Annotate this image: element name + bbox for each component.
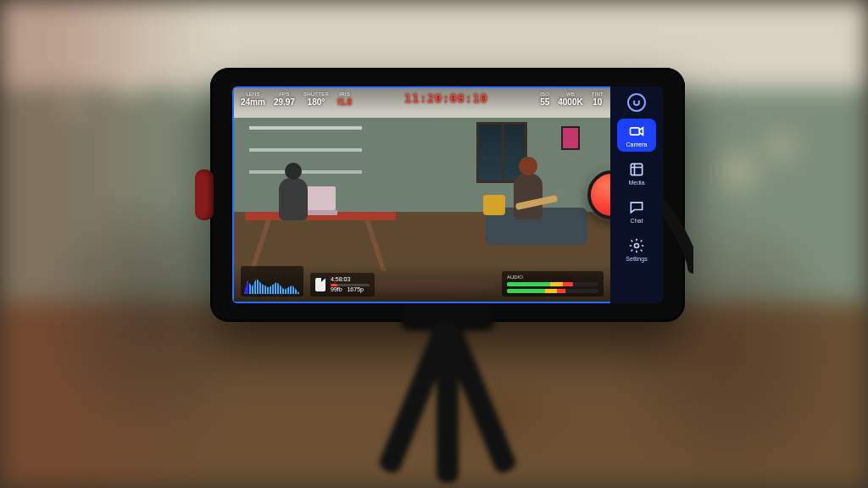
timecode-readout: 11:20:08:10 — [404, 92, 487, 105]
hud-iso[interactable]: ISO 55 — [540, 92, 549, 107]
sidebar-item-media[interactable]: Media — [617, 157, 656, 190]
audio-label: AUDIO — [507, 274, 598, 280]
hud-fps-label: FPS — [279, 92, 289, 97]
camera-device-frame: LENS 24mm FPS 29.97 SHUTTER 180° IRIS f1… — [210, 68, 685, 322]
hud-fps[interactable]: FPS 29.97 — [274, 92, 295, 107]
hud-iso-label: ISO — [540, 92, 549, 97]
audio-meter-ch1 — [507, 282, 598, 286]
right-sidebar: Camera Media Chat Settings — [610, 86, 663, 303]
hud-bottom-bar: 4:58:03 99fb 1675p AUDIO — [234, 264, 610, 302]
sidebar-item-settings[interactable]: Settings — [617, 233, 656, 266]
hud-tint-label: TINT — [592, 92, 604, 97]
mode-toggle-icon[interactable] — [627, 93, 646, 112]
sidebar-item-label: Settings — [626, 256, 647, 262]
sidebar-item-camera[interactable]: Camera — [617, 119, 656, 152]
gear-icon — [628, 237, 645, 254]
sd-card-icon — [315, 278, 326, 291]
svg-point-2 — [635, 244, 639, 248]
hud-shutter-value: 180° — [308, 97, 326, 108]
svg-rect-0 — [631, 128, 640, 135]
hud-lens-value: 24mm — [241, 97, 265, 108]
hud-lens[interactable]: LENS 24mm — [241, 92, 265, 107]
camera-icon — [628, 123, 645, 140]
histogram-scope[interactable] — [241, 266, 303, 297]
tripod — [354, 322, 541, 483]
hud-iso-value: 55 — [540, 97, 549, 108]
storage-codec: 1675p — [347, 286, 363, 292]
hud-iris[interactable]: IRIS f1.8 — [337, 92, 352, 107]
hud-shutter-label: SHUTTER — [303, 92, 329, 97]
hud-fps-value: 29.97 — [274, 97, 295, 108]
sidebar-item-label: Media — [628, 180, 644, 186]
storage-card-readout[interactable]: 4:58:03 99fb 1675p — [310, 273, 375, 297]
storage-remaining: 4:58:03 — [331, 276, 370, 283]
storage-fps-line: 99fb — [331, 286, 342, 292]
audio-meters[interactable]: AUDIO — [502, 271, 604, 297]
sidebar-item-label: Chat — [631, 218, 643, 224]
hud-lens-label: LENS — [246, 92, 260, 97]
media-icon — [628, 161, 645, 178]
live-viewfinder[interactable]: LENS 24mm FPS 29.97 SHUTTER 180° IRIS f1… — [232, 86, 610, 303]
hud-iris-label: IRIS — [339, 92, 350, 97]
device-screen: LENS 24mm FPS 29.97 SHUTTER 180° IRIS f1… — [232, 86, 663, 303]
chat-icon — [628, 199, 645, 216]
sidebar-item-chat[interactable]: Chat — [617, 195, 656, 228]
sidebar-item-label: Camera — [626, 141, 648, 147]
svg-rect-1 — [631, 164, 642, 175]
hud-tint[interactable]: TINT 10 — [592, 92, 604, 107]
hud-shutter[interactable]: SHUTTER 180° — [303, 92, 329, 107]
hud-tint-value: 10 — [593, 97, 602, 108]
audio-meter-ch2 — [507, 289, 598, 293]
hud-wb[interactable]: WB 4000K — [558, 92, 582, 107]
hud-iris-value: f1.8 — [337, 97, 352, 108]
hud-wb-label: WB — [566, 92, 575, 97]
hud-wb-value: 4000K — [558, 97, 582, 108]
hud-top-bar: LENS 24mm FPS 29.97 SHUTTER 180° IRIS f1… — [234, 88, 610, 114]
